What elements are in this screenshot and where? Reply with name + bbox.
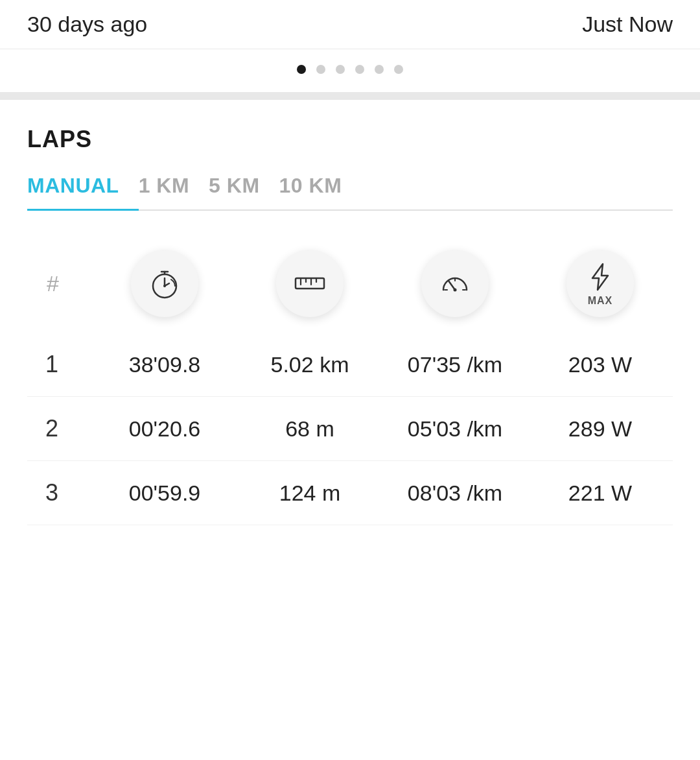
cell-time-2: 00'20.6 (92, 416, 237, 442)
ruler-icon (293, 267, 327, 300)
tab-1km[interactable]: 1 KM (139, 174, 209, 209)
top-bar: 30 days ago Just Now (0, 0, 700, 49)
date-range-end: Just Now (582, 12, 673, 37)
laps-title: LAPS (27, 100, 673, 174)
cell-time-3: 00'59.9 (92, 481, 237, 506)
dot-1[interactable] (297, 65, 306, 74)
tab-manual[interactable]: MANUAL (27, 174, 139, 209)
date-range-start: 30 days ago (27, 12, 147, 37)
table-row: 3 00'59.9 124 m 08'03 /km 221 W (27, 461, 673, 525)
cell-num-2: 2 (27, 415, 92, 442)
time-column-icon (131, 250, 198, 317)
cell-power-1: 203 W (528, 352, 673, 377)
cell-dist-3: 124 m (237, 481, 382, 506)
speedometer-icon (438, 267, 472, 300)
table-row: 1 38'09.8 5.02 km 07'35 /km 203 W (27, 333, 673, 397)
cell-num-3: 3 (27, 479, 92, 506)
pace-column-icon (421, 250, 489, 317)
section-divider (0, 92, 700, 100)
table-header: # (27, 237, 673, 333)
dot-5[interactable] (375, 65, 384, 74)
cell-dist-2: 68 m (237, 416, 382, 442)
svg-rect-6 (296, 278, 324, 289)
cell-time-1: 38'09.8 (92, 352, 237, 377)
dot-6[interactable] (394, 65, 403, 74)
power-column-icon: MAX (566, 250, 634, 317)
table-row: 2 00'20.6 68 m 05'03 /km 289 W (27, 397, 673, 461)
dot-4[interactable] (355, 65, 364, 74)
cell-power-3: 221 W (528, 481, 673, 506)
tab-5km[interactable]: 5 KM (209, 174, 279, 209)
dot-2[interactable] (316, 65, 325, 74)
max-label: MAX (588, 295, 613, 307)
tab-10km[interactable]: 10 KM (279, 174, 362, 209)
cell-pace-3: 08'03 /km (382, 481, 528, 506)
pagination-dots (0, 49, 700, 92)
laps-table: 1 38'09.8 5.02 km 07'35 /km 203 W 2 00'2… (27, 333, 673, 525)
cell-pace-1: 07'35 /km (382, 352, 528, 377)
laps-tab-bar: MANUAL 1 KM 5 KM 10 KM (27, 174, 673, 211)
cell-power-2: 289 W (528, 416, 673, 442)
stopwatch-icon (148, 267, 181, 300)
distance-column-icon (276, 250, 344, 317)
cell-num-1: 1 (27, 351, 92, 378)
column-num-header: # (27, 271, 59, 296)
dot-3[interactable] (336, 65, 345, 74)
svg-line-12 (449, 281, 455, 290)
cell-dist-1: 5.02 km (237, 352, 382, 377)
laps-section: LAPS MANUAL 1 KM 5 KM 10 KM # (0, 100, 700, 525)
cell-pace-2: 05'03 /km (382, 416, 528, 442)
lightning-icon (583, 260, 617, 294)
